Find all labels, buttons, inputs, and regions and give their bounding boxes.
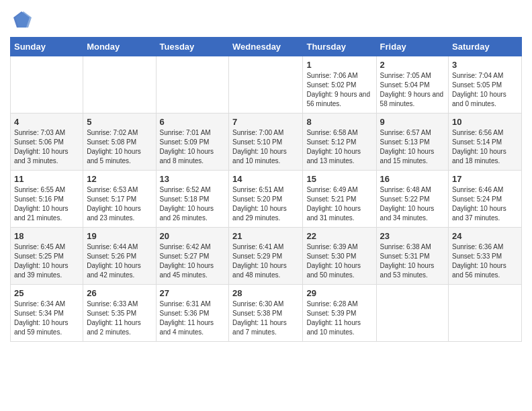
calendar-cell: 10Sunrise: 6:56 AMSunset: 5:14 PMDayligh… — [449, 113, 522, 171]
calendar-header-cell: Wednesday — [229, 38, 303, 56]
day-number: 21 — [232, 231, 299, 241]
logo-text — [10, 9, 32, 33]
day-number: 4 — [14, 117, 79, 127]
header — [10, 7, 522, 33]
day-number: 23 — [380, 231, 445, 241]
day-info: Sunrise: 7:02 AMSunset: 5:08 PMDaylight:… — [87, 128, 152, 166]
calendar-cell — [376, 285, 448, 342]
day-number: 15 — [306, 174, 372, 184]
calendar-cell: 21Sunrise: 6:41 AMSunset: 5:29 PMDayligh… — [229, 228, 303, 285]
calendar-cell: 28Sunrise: 6:30 AMSunset: 5:38 PMDayligh… — [229, 285, 303, 342]
day-info: Sunrise: 6:49 AMSunset: 5:21 PMDaylight:… — [306, 185, 372, 223]
calendar-week-row: 1Sunrise: 7:06 AMSunset: 5:02 PMDaylight… — [11, 56, 522, 113]
day-number: 18 — [14, 231, 79, 241]
day-info: Sunrise: 6:30 AMSunset: 5:38 PMDaylight:… — [232, 300, 299, 337]
calendar-header-cell: Tuesday — [156, 38, 229, 56]
day-info: Sunrise: 6:42 AMSunset: 5:27 PMDaylight:… — [160, 242, 226, 280]
calendar-cell: 17Sunrise: 6:46 AMSunset: 5:24 PMDayligh… — [449, 171, 522, 228]
day-info: Sunrise: 6:34 AMSunset: 5:34 PMDaylight:… — [14, 300, 79, 337]
calendar-header-cell: Friday — [376, 38, 448, 56]
day-info: Sunrise: 6:56 AMSunset: 5:14 PMDaylight:… — [452, 128, 518, 166]
day-info: Sunrise: 6:57 AMSunset: 5:13 PMDaylight:… — [380, 128, 445, 166]
calendar-cell: 23Sunrise: 6:38 AMSunset: 5:31 PMDayligh… — [376, 228, 448, 285]
day-number: 1 — [306, 60, 372, 70]
day-info: Sunrise: 7:01 AMSunset: 5:09 PMDaylight:… — [160, 128, 226, 166]
day-info: Sunrise: 6:58 AMSunset: 5:12 PMDaylight:… — [306, 128, 372, 166]
day-number: 9 — [380, 117, 445, 127]
calendar-header-row: SundayMondayTuesdayWednesdayThursdayFrid… — [11, 38, 522, 56]
day-number: 12 — [87, 174, 152, 184]
calendar-cell: 27Sunrise: 6:31 AMSunset: 5:36 PMDayligh… — [156, 285, 229, 342]
day-number: 17 — [452, 174, 518, 184]
day-number: 6 — [160, 117, 226, 127]
calendar-cell: 9Sunrise: 6:57 AMSunset: 5:13 PMDaylight… — [376, 113, 448, 171]
day-info: Sunrise: 6:53 AMSunset: 5:17 PMDaylight:… — [87, 185, 152, 223]
day-number: 3 — [452, 60, 518, 70]
calendar-week-row: 11Sunrise: 6:55 AMSunset: 5:16 PMDayligh… — [11, 171, 522, 228]
calendar-cell: 5Sunrise: 7:02 AMSunset: 5:08 PMDaylight… — [83, 113, 156, 171]
calendar-week-row: 18Sunrise: 6:45 AMSunset: 5:25 PMDayligh… — [11, 228, 522, 285]
day-info: Sunrise: 6:28 AMSunset: 5:39 PMDaylight:… — [306, 300, 372, 337]
day-info: Sunrise: 6:55 AMSunset: 5:16 PMDaylight:… — [14, 185, 79, 223]
day-number: 20 — [160, 231, 226, 241]
day-number: 10 — [452, 117, 518, 127]
day-number: 7 — [232, 117, 299, 127]
day-number: 26 — [87, 288, 152, 298]
day-info: Sunrise: 7:06 AMSunset: 5:02 PMDaylight:… — [306, 71, 372, 109]
calendar-cell: 2Sunrise: 7:05 AMSunset: 5:04 PMDaylight… — [376, 56, 448, 113]
day-number: 19 — [87, 231, 152, 241]
calendar-cell: 1Sunrise: 7:06 AMSunset: 5:02 PMDaylight… — [303, 56, 376, 113]
calendar-cell: 18Sunrise: 6:45 AMSunset: 5:25 PMDayligh… — [11, 228, 83, 285]
day-info: Sunrise: 7:05 AMSunset: 5:04 PMDaylight:… — [380, 71, 445, 109]
calendar-cell: 3Sunrise: 7:04 AMSunset: 5:05 PMDaylight… — [449, 56, 522, 113]
calendar-cell: 7Sunrise: 7:00 AMSunset: 5:10 PMDaylight… — [229, 113, 303, 171]
calendar-week-row: 25Sunrise: 6:34 AMSunset: 5:34 PMDayligh… — [11, 285, 522, 342]
calendar-cell: 19Sunrise: 6:44 AMSunset: 5:26 PMDayligh… — [83, 228, 156, 285]
day-number: 8 — [306, 117, 372, 127]
day-number: 24 — [452, 231, 518, 241]
day-info: Sunrise: 6:31 AMSunset: 5:36 PMDaylight:… — [160, 300, 226, 337]
day-info: Sunrise: 6:45 AMSunset: 5:25 PMDaylight:… — [14, 242, 79, 280]
day-number: 22 — [306, 231, 372, 241]
calendar-cell — [229, 56, 303, 113]
calendar-header-cell: Monday — [83, 38, 156, 56]
day-number: 29 — [306, 288, 372, 298]
calendar-week-row: 4Sunrise: 7:03 AMSunset: 5:06 PMDaylight… — [11, 113, 522, 171]
day-info: Sunrise: 6:52 AMSunset: 5:18 PMDaylight:… — [160, 185, 226, 223]
day-info: Sunrise: 6:44 AMSunset: 5:26 PMDaylight:… — [87, 242, 152, 280]
day-number: 28 — [232, 288, 299, 298]
calendar-body: 1Sunrise: 7:06 AMSunset: 5:02 PMDaylight… — [11, 56, 522, 342]
calendar-cell — [83, 56, 156, 113]
day-info: Sunrise: 6:38 AMSunset: 5:31 PMDaylight:… — [380, 242, 445, 280]
calendar-cell: 14Sunrise: 6:51 AMSunset: 5:20 PMDayligh… — [229, 171, 303, 228]
calendar-cell: 8Sunrise: 6:58 AMSunset: 5:12 PMDaylight… — [303, 113, 376, 171]
day-info: Sunrise: 6:46 AMSunset: 5:24 PMDaylight:… — [452, 185, 518, 223]
calendar-cell: 24Sunrise: 6:36 AMSunset: 5:33 PMDayligh… — [449, 228, 522, 285]
calendar-cell: 29Sunrise: 6:28 AMSunset: 5:39 PMDayligh… — [303, 285, 376, 342]
day-number: 13 — [160, 174, 226, 184]
calendar-cell — [156, 56, 229, 113]
day-info: Sunrise: 6:51 AMSunset: 5:20 PMDaylight:… — [232, 185, 299, 223]
calendar-cell: 4Sunrise: 7:03 AMSunset: 5:06 PMDaylight… — [11, 113, 83, 171]
calendar-cell: 16Sunrise: 6:48 AMSunset: 5:22 PMDayligh… — [376, 171, 448, 228]
logo-icon — [11, 9, 32, 30]
calendar-header-cell: Saturday — [449, 38, 522, 56]
logo — [10, 9, 32, 33]
day-number: 5 — [87, 117, 152, 127]
day-info: Sunrise: 7:03 AMSunset: 5:06 PMDaylight:… — [14, 128, 79, 166]
day-info: Sunrise: 7:04 AMSunset: 5:05 PMDaylight:… — [452, 71, 518, 109]
day-info: Sunrise: 6:36 AMSunset: 5:33 PMDaylight:… — [452, 242, 518, 280]
day-info: Sunrise: 6:41 AMSunset: 5:29 PMDaylight:… — [232, 242, 299, 280]
calendar-cell: 15Sunrise: 6:49 AMSunset: 5:21 PMDayligh… — [303, 171, 376, 228]
calendar-cell — [449, 285, 522, 342]
calendar-cell: 6Sunrise: 7:01 AMSunset: 5:09 PMDaylight… — [156, 113, 229, 171]
calendar-cell: 26Sunrise: 6:33 AMSunset: 5:35 PMDayligh… — [83, 285, 156, 342]
calendar-cell: 25Sunrise: 6:34 AMSunset: 5:34 PMDayligh… — [11, 285, 83, 342]
day-number: 25 — [14, 288, 79, 298]
day-number: 11 — [14, 174, 79, 184]
calendar-header-cell: Sunday — [11, 38, 83, 56]
day-number: 27 — [160, 288, 226, 298]
day-info: Sunrise: 6:39 AMSunset: 5:30 PMDaylight:… — [306, 242, 372, 280]
calendar-cell: 20Sunrise: 6:42 AMSunset: 5:27 PMDayligh… — [156, 228, 229, 285]
day-number: 2 — [380, 60, 445, 70]
